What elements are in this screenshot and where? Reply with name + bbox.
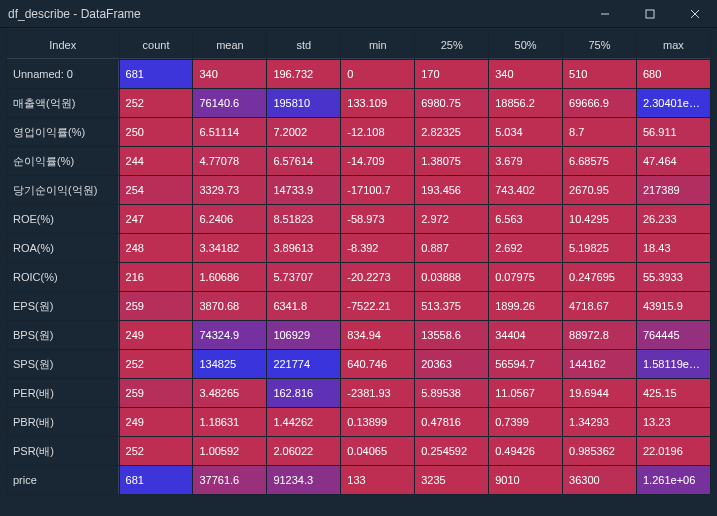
data-cell[interactable]: 2.82325 — [415, 118, 488, 146]
data-cell[interactable]: 2670.95 — [563, 176, 636, 204]
data-cell[interactable]: 1.38075 — [415, 147, 488, 175]
data-cell[interactable]: 834.94 — [341, 321, 414, 349]
data-cell[interactable]: 247 — [120, 205, 193, 233]
row-index[interactable]: BPS(원) — [7, 321, 119, 349]
data-cell[interactable]: 3.34182 — [193, 234, 266, 262]
data-cell[interactable]: 6.57614 — [267, 147, 340, 175]
data-cell[interactable]: 4.77078 — [193, 147, 266, 175]
data-cell[interactable]: 144162 — [563, 350, 636, 378]
data-cell[interactable]: 216 — [120, 263, 193, 291]
data-cell[interactable]: -20.2273 — [341, 263, 414, 291]
data-cell[interactable]: 3.679 — [489, 147, 562, 175]
data-cell[interactable]: 0 — [341, 60, 414, 88]
data-cell[interactable]: 0.887 — [415, 234, 488, 262]
data-cell[interactable]: 13558.6 — [415, 321, 488, 349]
data-cell[interactable]: 259 — [120, 379, 193, 407]
data-cell[interactable]: 244 — [120, 147, 193, 175]
data-cell[interactable]: 340 — [193, 60, 266, 88]
data-cell[interactable]: 254 — [120, 176, 193, 204]
data-cell[interactable]: 1899.26 — [489, 292, 562, 320]
data-cell[interactable]: 0.7399 — [489, 408, 562, 436]
data-cell[interactable]: 0.47816 — [415, 408, 488, 436]
data-cell[interactable]: 195810 — [267, 89, 340, 117]
data-cell[interactable]: 681 — [120, 466, 193, 494]
row-index[interactable]: 당기순이익(억원) — [7, 176, 119, 204]
data-cell[interactable]: -58.973 — [341, 205, 414, 233]
data-cell[interactable]: 259 — [120, 292, 193, 320]
data-cell[interactable]: 37761.6 — [193, 466, 266, 494]
row-index[interactable]: ROA(%) — [7, 234, 119, 262]
data-cell[interactable]: 5.73707 — [267, 263, 340, 291]
data-cell[interactable]: 249 — [120, 408, 193, 436]
row-index[interactable]: PSR(배) — [7, 437, 119, 465]
row-index[interactable]: EPS(원) — [7, 292, 119, 320]
data-cell[interactable]: 1.58119e+06 — [637, 350, 710, 378]
data-cell[interactable]: 1.34293 — [563, 408, 636, 436]
minimize-icon[interactable] — [582, 0, 627, 27]
data-cell[interactable]: 10.4295 — [563, 205, 636, 233]
data-cell[interactable]: -14.709 — [341, 147, 414, 175]
data-cell[interactable]: 36300 — [563, 466, 636, 494]
data-cell[interactable]: 743.402 — [489, 176, 562, 204]
close-icon[interactable] — [672, 0, 717, 27]
data-cell[interactable]: 3870.68 — [193, 292, 266, 320]
data-cell[interactable]: 764445 — [637, 321, 710, 349]
data-cell[interactable]: 340 — [489, 60, 562, 88]
data-cell[interactable]: 2.30401e+06 — [637, 89, 710, 117]
data-table[interactable]: Indexcountmeanstdmin25%50%75%max Unnamed… — [6, 30, 711, 495]
data-cell[interactable]: 1.18631 — [193, 408, 266, 436]
row-index[interactable]: ROE(%) — [7, 205, 119, 233]
data-cell[interactable]: -17100.7 — [341, 176, 414, 204]
data-cell[interactable]: 425.15 — [637, 379, 710, 407]
data-cell[interactable]: 8.51823 — [267, 205, 340, 233]
data-cell[interactable]: 6980.75 — [415, 89, 488, 117]
maximize-icon[interactable] — [627, 0, 672, 27]
data-cell[interactable]: 18856.2 — [489, 89, 562, 117]
data-cell[interactable]: 134825 — [193, 350, 266, 378]
data-cell[interactable]: 133 — [341, 466, 414, 494]
data-cell[interactable]: -7522.21 — [341, 292, 414, 320]
row-index[interactable]: Unnamed: 0 — [7, 60, 119, 88]
data-cell[interactable]: 513.375 — [415, 292, 488, 320]
data-cell[interactable]: 170 — [415, 60, 488, 88]
data-cell[interactable]: 3329.73 — [193, 176, 266, 204]
data-cell[interactable]: 9010 — [489, 466, 562, 494]
data-cell[interactable]: 6.2406 — [193, 205, 266, 233]
column-header[interactable]: count — [120, 31, 193, 59]
data-cell[interactable]: 0.49426 — [489, 437, 562, 465]
row-index[interactable]: ROIC(%) — [7, 263, 119, 291]
row-index[interactable]: SPS(원) — [7, 350, 119, 378]
data-cell[interactable]: 91234.3 — [267, 466, 340, 494]
data-cell[interactable]: 22.0196 — [637, 437, 710, 465]
data-cell[interactable]: 69666.9 — [563, 89, 636, 117]
data-cell[interactable]: 56594.7 — [489, 350, 562, 378]
data-cell[interactable]: -12.108 — [341, 118, 414, 146]
data-cell[interactable]: 0.04065 — [341, 437, 414, 465]
data-cell[interactable]: 55.3933 — [637, 263, 710, 291]
data-cell[interactable]: 640.746 — [341, 350, 414, 378]
index-header[interactable]: Index — [7, 31, 119, 59]
data-cell[interactable]: 252 — [120, 89, 193, 117]
data-cell[interactable]: 249 — [120, 321, 193, 349]
column-header[interactable]: std — [267, 31, 340, 59]
data-cell[interactable]: 193.456 — [415, 176, 488, 204]
data-cell[interactable]: 88972.8 — [563, 321, 636, 349]
data-cell[interactable]: 0.07975 — [489, 263, 562, 291]
data-cell[interactable]: 14733.9 — [267, 176, 340, 204]
data-cell[interactable]: 8.7 — [563, 118, 636, 146]
row-index[interactable]: PBR(배) — [7, 408, 119, 436]
data-cell[interactable]: 20363 — [415, 350, 488, 378]
data-cell[interactable]: 26.233 — [637, 205, 710, 233]
data-cell[interactable]: 4718.67 — [563, 292, 636, 320]
data-cell[interactable]: 0.13899 — [341, 408, 414, 436]
data-cell[interactable]: 680 — [637, 60, 710, 88]
data-cell[interactable]: 6.68575 — [563, 147, 636, 175]
data-cell[interactable]: 3.48265 — [193, 379, 266, 407]
column-header[interactable]: 50% — [489, 31, 562, 59]
data-cell[interactable]: 3235 — [415, 466, 488, 494]
data-cell[interactable]: 43915.9 — [637, 292, 710, 320]
data-cell[interactable]: 6.563 — [489, 205, 562, 233]
data-cell[interactable]: 106929 — [267, 321, 340, 349]
column-header[interactable]: max — [637, 31, 710, 59]
data-cell[interactable]: 3.89613 — [267, 234, 340, 262]
